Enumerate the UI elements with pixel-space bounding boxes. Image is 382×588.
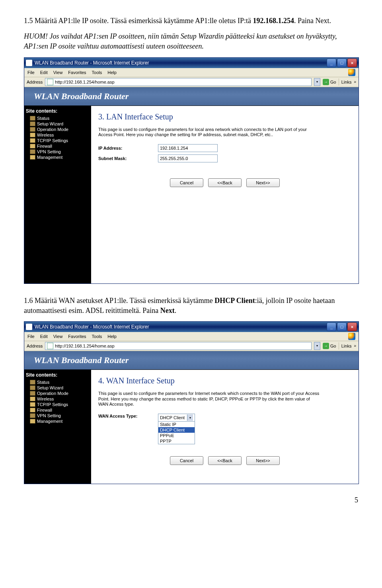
sidebar-item-management[interactable]: Management xyxy=(26,418,90,424)
address-input[interactable]: http://192.168.1.254/home.asp xyxy=(45,78,312,86)
address-dropdown[interactable]: ▾ xyxy=(314,342,320,350)
minimize-button[interactable]: _ xyxy=(327,322,336,331)
subnet-mask-input[interactable]: 255.255.255.0 xyxy=(158,154,218,162)
sidebar-nav: Site contents: Status Setup Wizard Opera… xyxy=(24,106,91,283)
folder-open-icon xyxy=(30,133,35,137)
address-url: http://192.168.1.254/home.asp xyxy=(55,344,114,348)
menu-help[interactable]: Help xyxy=(107,70,117,75)
menu-bar: File Edit View Favorites Tools Help xyxy=(24,332,359,341)
menu-view[interactable]: View xyxy=(53,334,63,339)
sidebar-nav: Site contents: Status Setup Wizard Opera… xyxy=(24,370,91,484)
next-button[interactable]: Next>> xyxy=(246,456,280,465)
address-url: http://192.168.1.254/home.asp xyxy=(55,80,114,84)
sidebar-item-firewall[interactable]: Firewall xyxy=(26,143,90,149)
wan-access-type-label: WAN Access Type: xyxy=(98,414,158,418)
sidebar-item-tcpip[interactable]: TCP/IP Settings xyxy=(26,138,90,143)
folder-icon xyxy=(30,116,35,121)
links-chevron-icon[interactable]: » xyxy=(354,80,356,84)
menu-file[interactable]: File xyxy=(27,334,35,339)
menu-favorites[interactable]: Favorites xyxy=(68,334,86,339)
sidebar-item-status[interactable]: Status xyxy=(26,115,90,121)
ip-address-input[interactable]: 192.168.1.254 xyxy=(158,144,218,152)
wan-access-type-select[interactable]: DHCP Client ▾ Static IP DHCP Client PPPo… xyxy=(158,414,195,444)
sidebar-item-wireless[interactable]: Wireless xyxy=(26,396,90,402)
address-label: Address xyxy=(27,344,43,348)
address-input[interactable]: http://192.168.1.254/home.asp xyxy=(45,342,312,350)
page-number: 5 xyxy=(24,496,358,504)
doc-ip-bold: 192.168.1.254 xyxy=(253,17,294,25)
wan-option-static-ip[interactable]: Static IP xyxy=(158,422,195,427)
go-button[interactable]: → Go xyxy=(323,343,336,349)
links-label[interactable]: Links xyxy=(341,80,352,84)
back-button[interactable]: <<Back xyxy=(208,456,242,465)
sidebar-item-wireless[interactable]: Wireless xyxy=(26,132,90,138)
ie-icon xyxy=(26,60,32,66)
sidebar-item-operation-mode[interactable]: Operation Mode xyxy=(26,391,90,396)
menu-tools[interactable]: Tools xyxy=(92,70,102,75)
page-heading: 4. WAN Interface Setup xyxy=(98,376,351,385)
folder-icon xyxy=(30,380,35,385)
go-arrow-icon: → xyxy=(323,79,329,85)
sidebar-title: Site contents: xyxy=(26,372,90,378)
menu-edit[interactable]: Edit xyxy=(40,70,48,75)
wan-selected-value: DHCP Client xyxy=(160,415,185,420)
windows-logo-icon xyxy=(348,69,355,76)
close-button[interactable]: × xyxy=(347,322,357,331)
sidebar-item-tcpip[interactable]: TCP/IP Settings xyxy=(26,402,90,407)
sidebar-item-vpn[interactable]: VPN Setting xyxy=(26,413,90,418)
sidebar-item-firewall[interactable]: Firewall xyxy=(26,407,90,413)
sidebar-item-setup-wizard[interactable]: Setup Wizard xyxy=(26,121,90,127)
close-button[interactable]: × xyxy=(347,59,357,67)
sidebar-item-management[interactable]: Management xyxy=(26,154,90,160)
go-button[interactable]: → Go xyxy=(323,79,336,85)
address-dropdown[interactable]: ▾ xyxy=(314,78,320,86)
menu-tools[interactable]: Tools xyxy=(92,334,102,339)
window-titlebar: WLAN Broadband Router - Microsoft Intern… xyxy=(24,322,359,332)
separator xyxy=(339,78,339,86)
router-banner: WLAN Broadband Router xyxy=(24,351,359,370)
maximize-button[interactable]: □ xyxy=(337,322,347,331)
menu-edit[interactable]: Edit xyxy=(40,334,48,339)
maximize-button[interactable]: □ xyxy=(337,59,347,67)
wan-options-list: Static IP DHCP Client PPPoE PPTP xyxy=(158,421,195,444)
wan-option-dhcp-client[interactable]: DHCP Client xyxy=(158,427,195,433)
folder-open-icon xyxy=(30,419,35,424)
sidebar-item-operation-mode[interactable]: Operation Mode xyxy=(26,127,90,132)
links-label[interactable]: Links xyxy=(341,344,352,348)
ie-icon xyxy=(26,324,32,330)
go-arrow-icon: → xyxy=(323,343,329,349)
main-panel: 4. WAN Interface Setup This page is used… xyxy=(91,370,359,484)
doc-next-bold: Next xyxy=(160,307,175,315)
menu-help[interactable]: Help xyxy=(107,334,117,339)
window-titlebar: WLAN Broadband Router - Microsoft Intern… xyxy=(24,58,359,68)
next-button[interactable]: Next>> xyxy=(246,178,280,187)
address-bar: Address http://192.168.1.254/home.asp ▾ … xyxy=(24,341,359,351)
separator xyxy=(339,342,339,350)
folder-open-icon xyxy=(30,408,35,412)
wan-option-pppoe[interactable]: PPPoE xyxy=(158,433,195,438)
doc-paragraph-1: 1.5 Määritä AP1:lle IP osoite. Tässä esi… xyxy=(24,16,358,26)
sidebar-item-vpn[interactable]: VPN Setting xyxy=(26,149,90,154)
screenshot-wan-setup: WLAN Broadband Router - Microsoft Intern… xyxy=(24,321,359,484)
menu-view[interactable]: View xyxy=(53,70,63,75)
router-banner: WLAN Broadband Router xyxy=(24,87,359,106)
sidebar-item-setup-wizard[interactable]: Setup Wizard xyxy=(26,385,90,391)
wan-option-pptp[interactable]: PPTP xyxy=(158,438,195,444)
sidebar-item-status[interactable]: Status xyxy=(26,379,90,385)
links-chevron-icon[interactable]: » xyxy=(354,344,356,348)
windows-logo-icon xyxy=(348,333,355,340)
folder-icon xyxy=(30,121,35,126)
cancel-button[interactable]: Cancel xyxy=(170,456,203,465)
folder-icon xyxy=(30,127,35,132)
folder-icon xyxy=(30,391,35,396)
page-description: This page is used to configure the param… xyxy=(98,127,321,138)
window-title: WLAN Broadband Router - Microsoft Intern… xyxy=(35,324,149,330)
page-icon xyxy=(47,79,53,85)
cancel-button[interactable]: Cancel xyxy=(170,178,203,187)
menu-file[interactable]: File xyxy=(27,70,35,75)
menu-favorites[interactable]: Favorites xyxy=(68,70,86,75)
minimize-button[interactable]: _ xyxy=(327,59,336,67)
back-button[interactable]: <<Back xyxy=(208,178,242,187)
folder-icon xyxy=(30,385,35,390)
folder-icon xyxy=(30,149,35,154)
